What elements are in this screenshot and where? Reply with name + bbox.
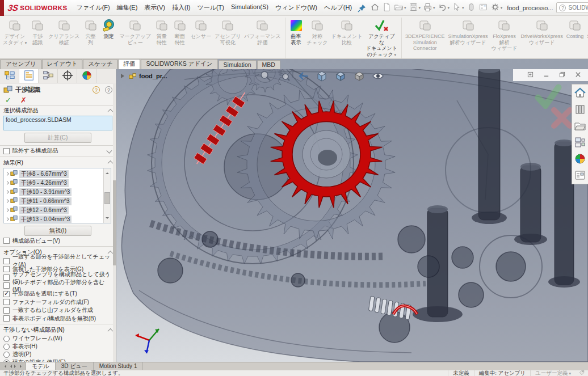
result-interference-9[interactable]: 干渉9 - 4.26mm^3 (4, 179, 103, 188)
ok-button[interactable]: ✓ (5, 96, 11, 104)
symmetry-check-button[interactable]: 対称 チェック (305, 18, 330, 58)
ignore-button[interactable]: 無視(I) (24, 226, 91, 236)
menu-help[interactable]: ヘルプ(H) (321, 2, 355, 13)
tab-addins[interactable]: SOLIDWORKS アドイン (141, 59, 217, 69)
menu-view[interactable]: 表示(V) (141, 2, 169, 13)
motion-study-tab[interactable]: Motion Study 1 (94, 362, 144, 370)
keep-visible-help-icon[interactable]: ? (93, 86, 100, 94)
flyout-feature-tree[interactable]: food_pr... (121, 72, 167, 80)
scroll-thumb[interactable] (104, 192, 110, 204)
markup-view-button[interactable]: マークアップ ビュー (118, 18, 153, 58)
section-properties-button[interactable]: 断面 特性 (171, 18, 189, 58)
menu-window[interactable]: ウィンドウ(W) (272, 2, 321, 13)
option-create-thread-folder[interactable]: 一致するねじ山フォルダを作成 (0, 306, 116, 315)
check-active-document-button[interactable]: アクティブ な ドキュメント のチェック (364, 18, 402, 58)
3d-view-tab[interactable]: 3D ビュー (56, 362, 94, 370)
expand-arrow-icon[interactable] (5, 172, 9, 176)
option-checkbox[interactable] (3, 282, 10, 289)
option-create-fastener-folder[interactable]: ファスナーフォルダの作成(F) (0, 298, 116, 307)
selected-components-header[interactable]: 選択構成部品 (0, 106, 116, 115)
display-style-icon[interactable] (353, 70, 366, 82)
save-icon[interactable] (408, 2, 422, 14)
tab-simulation[interactable]: Simulation (219, 60, 257, 69)
menu-file[interactable]: ファイル(F) (73, 2, 114, 13)
minimize-doc-button[interactable] (539, 70, 553, 81)
radio-hidden[interactable]: 非表示(H) (0, 343, 116, 350)
model-tab[interactable]: モデル (26, 362, 56, 370)
option-checkbox[interactable] (3, 274, 10, 281)
graphics-area[interactable]: food_pr... (116, 69, 588, 362)
measure-button[interactable]: 測定 (100, 18, 118, 58)
option-checkbox[interactable] (3, 315, 10, 322)
expand-tree-arrow-icon[interactable] (121, 74, 127, 78)
result-interference-8[interactable]: 干渉8 - 6.67mm^3 (4, 170, 103, 179)
appearances-icon[interactable] (574, 153, 586, 165)
cancel-button[interactable]: ✗ (20, 96, 27, 104)
radio-wireframe[interactable]: ワイヤフレーム(W) (0, 335, 116, 343)
previous-view-icon[interactable] (297, 70, 309, 82)
tab-evaluate[interactable]: 評価 (118, 59, 140, 69)
select-icon[interactable] (451, 2, 465, 14)
result-interference-13[interactable]: 干渉13 - 0.04mm^3 (4, 215, 103, 223)
print-icon[interactable] (422, 2, 436, 14)
tab-sketch[interactable]: スケッチ (83, 59, 117, 69)
home-icon[interactable] (369, 2, 381, 14)
assembly-visualization-button[interactable]: アセンブリ 可視化 (213, 18, 242, 58)
help-search-box[interactable]: ? (556, 2, 588, 13)
tag-icon[interactable] (576, 370, 585, 376)
curvature-display-button[interactable]: 曲率 表示 (287, 18, 305, 58)
panel-scrollbar[interactable] (113, 84, 116, 362)
compare-documents-button[interactable]: ドキュメント 比較 (329, 18, 364, 58)
scroll-up-arrow[interactable] (106, 171, 109, 174)
search-input[interactable] (568, 5, 588, 11)
component-view-checkbox[interactable] (3, 238, 10, 244)
3dexperience-simulation-connector-button[interactable]: 3DEXPERIENCE Simulation Connector (404, 18, 447, 58)
new-document-icon[interactable] (381, 2, 393, 14)
menu-simulation[interactable]: Simulation(S) (228, 2, 272, 13)
component-view-row[interactable]: 構成部品ビュー(V) (0, 237, 116, 246)
confirmation-cancel-button[interactable] (551, 107, 573, 130)
tab-layout[interactable]: レイアウト (42, 59, 83, 69)
radio-button[interactable] (3, 344, 10, 350)
radio-button[interactable] (3, 336, 10, 342)
restore-document-icon[interactable] (523, 70, 537, 81)
result-interference-10[interactable]: 干渉10 - 3.91mm^3 (4, 188, 103, 197)
performance-evaluation-button[interactable]: パフォーマンス 評価 (242, 18, 285, 58)
results-header[interactable]: 結果(R) (0, 158, 116, 167)
propertymanager-tab-icon[interactable] (19, 69, 39, 83)
excluded-components-checkbox[interactable] (3, 148, 10, 154)
toggle-icon[interactable] (465, 2, 477, 14)
displaymanager-tab-icon[interactable] (77, 69, 96, 83)
sustainability-button[interactable]: Sustainability (585, 18, 588, 58)
view-orientation-icon[interactable] (334, 70, 347, 82)
non-interfering-header[interactable]: 干渉しない構成部品(N) (0, 326, 116, 335)
scroll-down-arrow[interactable] (106, 217, 109, 221)
simulationxpress-button[interactable]: SimulationXpress 解析ウィザード (447, 18, 490, 58)
expand-arrow-icon[interactable] (5, 190, 9, 194)
expand-arrow-icon[interactable] (5, 199, 9, 203)
configuration-selector[interactable]: ユーザー定義 (530, 370, 576, 376)
result-interference-11[interactable]: 干渉11 - 0.66mm^3 (4, 197, 103, 206)
pin-menu-icon[interactable] (358, 3, 367, 12)
zoom-to-area-icon[interactable] (278, 70, 291, 82)
option-checkbox[interactable] (3, 258, 10, 264)
menu-edit[interactable]: 編集(E) (114, 2, 141, 13)
option-checkbox[interactable] (3, 291, 10, 297)
menu-insert[interactable]: 挿入(I) (169, 2, 194, 13)
radio-use-current[interactable]: 現在の設定を使用(E) (0, 358, 116, 362)
excluded-components-row[interactable]: 除外する構成部品 (0, 147, 116, 155)
option-treat-coincidence[interactable]: 一致する部分を干渉部分としてチェック(A) (0, 257, 116, 265)
restore-doc-button[interactable] (555, 70, 569, 81)
interference-detection-button[interactable]: 干渉 認識 (28, 18, 47, 58)
mass-properties-button[interactable]: 質量 特性 (153, 18, 171, 58)
tab-assembly[interactable]: アセンブリ (1, 59, 41, 69)
option-ignore-hidden[interactable]: 非表示ボディ/構成部品を無視(B) (0, 315, 116, 323)
section-view-icon[interactable] (316, 70, 328, 82)
tab-navigation-arrows[interactable] (0, 362, 26, 370)
custom-properties-icon[interactable] (574, 169, 586, 181)
dimxpertmanager-tab-icon[interactable] (58, 69, 77, 83)
expand-arrow-icon[interactable] (5, 181, 9, 185)
menu-tools[interactable]: ツール(T) (194, 2, 228, 13)
panel-help-icon[interactable]: ? (105, 86, 112, 94)
panel-scroll-thumb[interactable] (113, 180, 116, 265)
